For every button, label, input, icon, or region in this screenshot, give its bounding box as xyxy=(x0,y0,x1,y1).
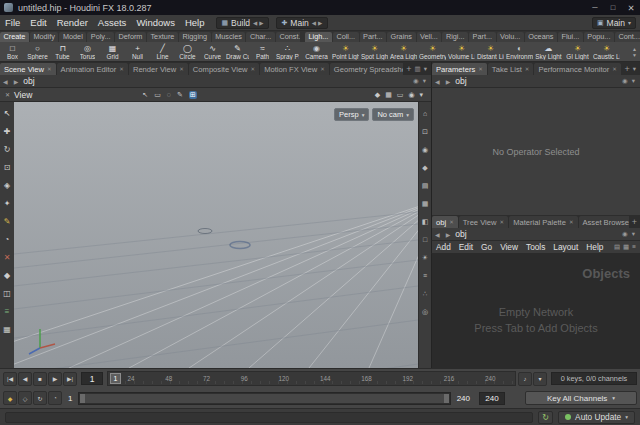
prev-arrow-icon[interactable]: ◀ xyxy=(253,20,258,26)
back-icon[interactable]: ◀ xyxy=(432,78,443,85)
shelf-tab[interactable]: Vell... xyxy=(417,32,442,42)
jump-start-button[interactable]: |◀ xyxy=(3,372,17,386)
sculpt-tool-icon[interactable]: ◔ xyxy=(5,233,10,246)
caustic-light-tool[interactable]: ☀ Caustic Light xyxy=(592,42,621,61)
prev-arrow-icon[interactable]: ◀ xyxy=(312,20,317,26)
pin-icon[interactable]: ◉ xyxy=(622,77,628,85)
menu-item[interactable]: Help xyxy=(180,17,210,28)
radial-menu-selector[interactable]: ▣ Main ▾ xyxy=(592,17,636,29)
environment-light-tool[interactable]: ◐ Environment Light xyxy=(505,42,534,61)
path-tool[interactable]: ≈ Path xyxy=(250,42,275,61)
pane-tab[interactable]: Tree View ✕ xyxy=(459,216,508,228)
network-list-icon[interactable]: ≡ xyxy=(632,243,636,251)
remove-tool-icon[interactable]: ✕ xyxy=(4,251,11,264)
pane-menu-icon[interactable]: ▾ xyxy=(633,65,636,73)
snapshot-icon[interactable]: ◎ xyxy=(422,306,428,317)
torus-tool[interactable]: ◎ Torus xyxy=(75,42,100,61)
network-display-icon[interactable]: ▦ xyxy=(623,243,629,251)
next-arrow-icon[interactable]: ▶ xyxy=(318,20,323,26)
shelf-tab[interactable]: Popu... xyxy=(584,32,614,42)
select-tool-icon[interactable]: ↖ xyxy=(4,107,11,120)
path-breadcrumb[interactable]: obj xyxy=(453,229,466,239)
close-icon[interactable]: ✕ xyxy=(478,66,483,72)
pin-icon[interactable]: ◉ xyxy=(622,230,628,238)
shelf-tab[interactable]: Muscles xyxy=(212,32,246,42)
shelf-tab[interactable]: Poly... xyxy=(87,32,114,42)
viewport-canvas[interactable]: Persp ▾ No cam ▾ xyxy=(14,102,418,368)
close-icon[interactable]: ✕ xyxy=(320,66,325,72)
key-all-channels-dropdown[interactable]: Key All Channels ▾ xyxy=(525,391,637,405)
shelf-tab[interactable]: Char... xyxy=(246,32,275,42)
point-light-tool[interactable]: ☀ Point Light xyxy=(331,42,360,61)
align-tool-icon[interactable]: ≡ xyxy=(5,305,10,318)
desktop-selector[interactable]: ▦ Build ◀ ▶ xyxy=(216,17,269,29)
menu-item[interactable]: Help xyxy=(582,242,607,252)
shelf-tab[interactable]: Modify xyxy=(30,32,59,42)
play-button[interactable]: ▶ xyxy=(48,372,62,386)
camera-selector[interactable]: No cam ▾ xyxy=(372,108,414,121)
distant-light-tool[interactable]: ☀ Distant Light xyxy=(476,42,505,61)
scale-tool-icon[interactable]: ⊡ xyxy=(4,161,11,174)
frame-selected-icon[interactable]: ⊡ xyxy=(422,126,428,137)
set-key-icon[interactable]: ◆ xyxy=(3,391,17,405)
update-mode-dropdown[interactable]: Auto Update ▾ xyxy=(558,411,635,424)
pane-tab[interactable]: Material Palette ✕ xyxy=(509,216,577,228)
sky-light-tool[interactable]: ☁ Sky Light xyxy=(534,42,563,61)
rotate-tool-icon[interactable]: ↻ xyxy=(4,143,11,156)
realtime-toggle-icon[interactable]: ◔ xyxy=(48,391,62,405)
menu-item[interactable]: Assets xyxy=(93,17,132,28)
menu-item[interactable]: Layout xyxy=(549,242,582,252)
pane-tab[interactable]: Geometry Spreadsheet ✕ xyxy=(330,63,403,75)
geometry-light-tool[interactable]: ☀ Geometry Light xyxy=(418,42,447,61)
camera-tool[interactable]: ◉ Camera xyxy=(302,42,331,61)
range-start-handle[interactable] xyxy=(80,394,85,403)
pane-menu-icon[interactable]: ▾ xyxy=(424,65,427,73)
network-editor-canvas[interactable]: Objects Empty Network Press Tab to Add O… xyxy=(431,254,640,368)
forward-icon[interactable]: ▶ xyxy=(11,78,22,85)
titlebar[interactable]: untitled.hip - Houdini FX 18.0.287 ─ □ ✕ xyxy=(0,0,640,15)
menu-item[interactable]: Tools xyxy=(522,242,549,252)
shelf-tab[interactable]: Part... xyxy=(469,32,495,42)
chevron-down-icon[interactable]: ▾ xyxy=(423,77,426,85)
range-end-label[interactable]: 240 xyxy=(453,394,474,403)
path-breadcrumb[interactable]: obj xyxy=(21,76,34,86)
pane-tab[interactable]: Parameters ✕ xyxy=(432,63,487,75)
close-icon[interactable]: ✕ xyxy=(0,91,14,98)
range-start-label[interactable]: 1 xyxy=(64,394,76,403)
spray-paint-tool[interactable]: ∴ Spray Paint xyxy=(275,42,300,61)
pane-tab[interactable]: Take List ✕ xyxy=(488,63,534,75)
close-icon[interactable]: ✕ xyxy=(449,219,454,225)
back-icon[interactable]: ◀ xyxy=(432,231,443,238)
shelf-set-arrows[interactable]: ◀ ▶ xyxy=(312,20,323,26)
pane-tab[interactable]: Performance Monitor ✕ xyxy=(534,63,621,75)
shelf-tab[interactable]: Cont... xyxy=(615,32,640,42)
pane-tab[interactable]: Animation Editor ✕ xyxy=(57,63,128,75)
handles-tool-icon[interactable]: ◈ xyxy=(4,179,10,192)
mirror-tool-icon[interactable]: ◫ xyxy=(3,287,11,300)
snap-options-icon[interactable]: ◆ xyxy=(375,91,380,99)
shelf-tab[interactable]: Flui... xyxy=(558,32,583,42)
pane-tab[interactable]: Composite View ✕ xyxy=(189,63,259,75)
grid-snap-icon[interactable]: ▦ xyxy=(385,91,392,99)
spot-light-tool[interactable]: ☀ Spot Light xyxy=(360,42,389,61)
shelf-tab[interactable]: Coll... xyxy=(333,32,359,42)
menu-item[interactable]: Edit xyxy=(25,17,51,28)
new-pane-tab-button[interactable]: + xyxy=(403,64,414,74)
jump-end-button[interactable]: ▶| xyxy=(63,372,77,386)
reference-plane-icon[interactable]: ▭ xyxy=(397,91,404,99)
sphere-tool[interactable]: ○ Sphere xyxy=(25,42,50,61)
circle-tool[interactable]: ◯ Circle xyxy=(175,42,200,61)
grid-tool[interactable]: ▦ Grid xyxy=(100,42,125,61)
shelf-tab[interactable]: Const... xyxy=(276,32,300,42)
pane-split-icon[interactable]: ▥ xyxy=(415,65,421,73)
menu-item[interactable]: Go xyxy=(477,242,496,252)
maximize-button[interactable]: □ xyxy=(604,0,622,15)
viewport-menu-icon[interactable]: ▾ xyxy=(419,91,423,99)
shelf-set-selector[interactable]: ✚ Main ◀ ▶ xyxy=(276,17,328,29)
menu-item[interactable]: File xyxy=(0,17,25,28)
close-button[interactable]: ✕ xyxy=(622,0,640,15)
timeline[interactable]: 1 24487296120144168192216240 xyxy=(107,371,516,386)
shelf-tab[interactable]: Model xyxy=(59,32,86,42)
snap-tool-icon[interactable]: ◆ xyxy=(4,269,10,282)
area-light-tool[interactable]: ☀ Area Light xyxy=(389,42,418,61)
